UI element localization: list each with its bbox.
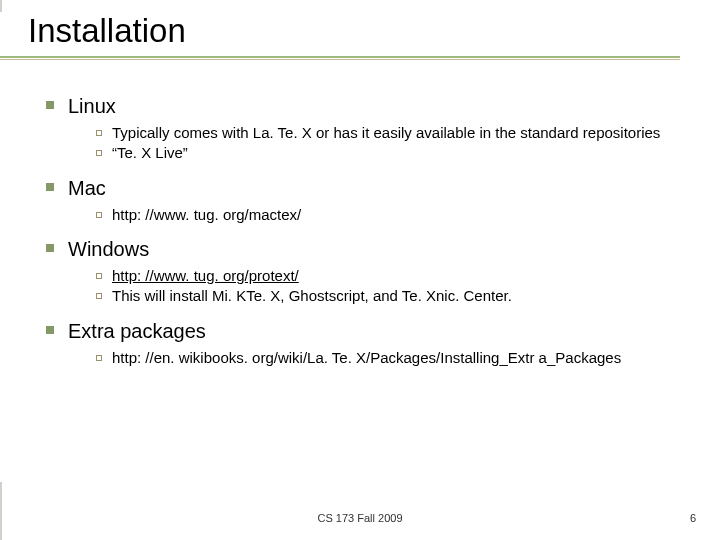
section-heading-row: Windows <box>28 237 696 261</box>
section-items: http: //www. tug. org/protext/This will … <box>28 261 696 317</box>
hollow-square-bullet-icon <box>96 150 102 156</box>
hollow-square-bullet-icon <box>96 355 102 361</box>
content-area: LinuxTypically comes with La. Te. X or h… <box>0 60 720 379</box>
item-text: http: //en. wikibooks. org/wiki/La. Te. … <box>112 349 621 368</box>
square-bullet-icon <box>46 183 54 191</box>
section-heading-row: Mac <box>28 176 696 200</box>
section-heading: Windows <box>68 237 149 261</box>
square-bullet-icon <box>46 326 54 334</box>
square-bullet-icon <box>46 101 54 109</box>
list-item: http: //www. tug. org/mactex/ <box>96 206 696 225</box>
hollow-square-bullet-icon <box>96 130 102 136</box>
list-item: This will install Mi. KTe. X, Ghostscrip… <box>96 287 696 306</box>
title-block: Installation <box>0 0 720 60</box>
section-heading-row: Linux <box>28 94 696 118</box>
list-item: Typically comes with La. Te. X or has it… <box>96 124 696 143</box>
section-heading-row: Extra packages <box>28 319 696 343</box>
slide-title: Installation <box>28 12 720 50</box>
square-bullet-icon <box>46 244 54 252</box>
section: LinuxTypically comes with La. Te. X or h… <box>28 94 696 174</box>
section-items: http: //en. wikibooks. org/wiki/La. Te. … <box>28 343 696 379</box>
section-items: Typically comes with La. Te. X or has it… <box>28 118 696 174</box>
section: Windowshttp: //www. tug. org/protext/Thi… <box>28 237 696 317</box>
section-items: http: //www. tug. org/mactex/ <box>28 200 696 236</box>
section: Extra packageshttp: //en. wikibooks. org… <box>28 319 696 379</box>
hollow-square-bullet-icon <box>96 293 102 299</box>
item-text: “Te. X Live” <box>112 144 188 163</box>
slide: Installation LinuxTypically comes with L… <box>0 0 720 540</box>
section-heading: Linux <box>68 94 116 118</box>
hollow-square-bullet-icon <box>96 273 102 279</box>
item-text: This will install Mi. KTe. X, Ghostscrip… <box>112 287 512 306</box>
list-item: “Te. X Live” <box>96 144 696 163</box>
title-underline <box>0 56 680 60</box>
section-heading: Extra packages <box>68 319 206 343</box>
footer-page-number: 6 <box>690 512 696 524</box>
section: Machttp: //www. tug. org/mactex/ <box>28 176 696 236</box>
edge-decoration <box>0 0 2 12</box>
section-heading: Mac <box>68 176 106 200</box>
item-text: http: //www. tug. org/mactex/ <box>112 206 301 225</box>
edge-decoration <box>0 482 2 540</box>
list-item: http: //www. tug. org/protext/ <box>96 267 696 286</box>
link-text[interactable]: http: //www. tug. org/protext/ <box>112 267 299 286</box>
footer-center: CS 173 Fall 2009 <box>0 512 720 524</box>
hollow-square-bullet-icon <box>96 212 102 218</box>
item-text: Typically comes with La. Te. X or has it… <box>112 124 660 143</box>
list-item: http: //en. wikibooks. org/wiki/La. Te. … <box>96 349 696 368</box>
